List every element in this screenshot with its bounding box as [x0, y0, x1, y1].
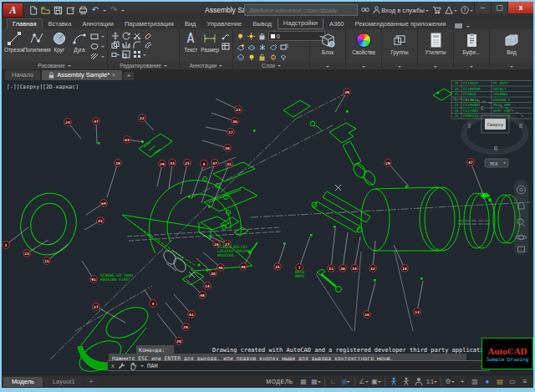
- close-button[interactable]: x: [507, 2, 533, 13]
- ribbon-tab-home[interactable]: Главная: [7, 18, 43, 29]
- drawing-area[interactable]: 2447226323361730391929332584731294722315…: [2, 80, 533, 374]
- layer-match-icon[interactable]: [279, 43, 288, 51]
- ribbon-tab-insert[interactable]: Вставка: [43, 19, 77, 29]
- fillet-icon[interactable]: [132, 41, 141, 49]
- exchange-dropdown-icon[interactable]: [454, 10, 457, 13]
- hardware-acceleration-icon[interactable]: ●: [482, 377, 493, 387]
- model-space-label[interactable]: МОДЕЛЬ: [266, 379, 293, 384]
- scale-icon[interactable]: [121, 50, 130, 59]
- ribbon-tab-manage[interactable]: Управление: [201, 19, 247, 29]
- isodraft-icon[interactable]: ∠: [358, 377, 369, 387]
- ribbon-tab-annotate[interactable]: Аннотации: [77, 19, 119, 29]
- array-icon[interactable]: [132, 50, 141, 59]
- annotation-panel-title[interactable]: Аннотации: [180, 62, 232, 69]
- draw-panel-title[interactable]: Рисование: [2, 62, 107, 69]
- annotation-visibility-icon[interactable]: [388, 377, 400, 387]
- rectangle-icon[interactable]: [90, 32, 99, 40]
- layer-lock-icon[interactable]: [257, 32, 267, 40]
- search-icon[interactable]: [361, 7, 369, 14]
- ribbon-tab-parametric[interactable]: Параметризация: [120, 19, 179, 29]
- save-icon[interactable]: [53, 5, 63, 15]
- layer-unlock-icon[interactable]: [257, 53, 267, 61]
- polyline-button[interactable]: Полилиния: [26, 31, 48, 53]
- save-as-icon[interactable]: [65, 5, 75, 15]
- autoscale-icon[interactable]: [400, 377, 412, 387]
- line-button[interactable]: Отрезок: [4, 31, 24, 53]
- layer-current-icon[interactable]: [268, 43, 278, 51]
- plot-icon[interactable]: [78, 5, 88, 15]
- autodesk-exchange-icon[interactable]: [445, 6, 457, 14]
- annotation-scale-icon[interactable]: [413, 377, 425, 387]
- search-input[interactable]: [247, 7, 354, 14]
- annotation-monitor-icon[interactable]: +: [456, 377, 468, 387]
- ribbon-display-toggle[interactable]: [455, 23, 470, 29]
- customization-icon[interactable]: ≡: [519, 377, 531, 387]
- view-panel[interactable]: Вид: [490, 29, 533, 69]
- layer-isolate-icon[interactable]: [247, 43, 256, 51]
- isolate-objects-icon[interactable]: ▥: [469, 377, 481, 387]
- rotate-icon[interactable]: [121, 32, 130, 40]
- undo-dropdown-icon[interactable]: [103, 10, 106, 13]
- scale-value[interactable]: 1:1: [425, 377, 438, 387]
- viewport-controls-label[interactable]: [-][Сверху][2D-каркас]: [7, 84, 79, 90]
- groups-panel[interactable]: Группы: [382, 29, 418, 69]
- leader-icon[interactable]: [221, 32, 230, 40]
- help-icon[interactable]: ?: [461, 6, 473, 14]
- plot-icon[interactable]: ▤: [494, 377, 506, 387]
- ortho-icon[interactable]: ∟: [328, 377, 339, 387]
- layer-on-icon[interactable]: [247, 53, 256, 61]
- ribbon-tab-featured-apps[interactable]: Рекомендованные приложения: [350, 19, 451, 29]
- sign-in-control[interactable]: Вход в службы: [373, 6, 429, 14]
- application-menu-button[interactable]: A: [3, 3, 23, 18]
- new-file-icon[interactable]: [28, 5, 38, 15]
- utilities-panel[interactable]: Утилиты: [418, 29, 454, 69]
- viewcube-east-label[interactable]: В: [519, 123, 522, 130]
- arc-button[interactable]: Дуга: [70, 31, 89, 53]
- model-tab[interactable]: Модель: [3, 377, 43, 387]
- move-icon[interactable]: [110, 32, 120, 40]
- clean-screen-icon[interactable]: ▭: [507, 377, 518, 387]
- text-button[interactable]: A Текст: [182, 31, 199, 53]
- maximize-button[interactable]: ▢: [491, 2, 507, 13]
- snap-icon[interactable]: ▦: [310, 377, 322, 387]
- modify-panel-title[interactable]: Редактирование: [108, 62, 179, 69]
- layer-off-icon[interactable]: [236, 43, 245, 51]
- new-drawing-tab-button[interactable]: +: [124, 72, 134, 80]
- dimension-button[interactable]: Размер: [201, 31, 219, 53]
- layout1-tab[interactable]: Layout1: [44, 377, 84, 387]
- undo-icon[interactable]: ↶: [90, 5, 100, 15]
- app-store-cart-icon[interactable]: [432, 6, 441, 14]
- layer-sun-icon[interactable]: [247, 32, 256, 40]
- qat-dropdown-icon[interactable]: [121, 10, 125, 13]
- new-layout-tab[interactable]: +: [85, 377, 97, 387]
- close-tab-icon[interactable]: ×: [112, 72, 115, 78]
- active-command-label[interactable]: ПАН: [147, 363, 158, 369]
- viewcube-west-label[interactable]: З: [467, 123, 471, 130]
- viewcube-face-label[interactable]: Сверху: [487, 122, 504, 128]
- object-snap-icon[interactable]: ▣: [370, 377, 382, 387]
- file-tab-assembly-sample[interactable]: Assembly Sample* ×: [42, 70, 122, 80]
- ellipse-icon[interactable]: [90, 42, 99, 50]
- hatch-icon[interactable]: [90, 52, 99, 60]
- ribbon-tab-view[interactable]: Вид: [180, 19, 201, 29]
- layer-properties-icon[interactable]: [236, 53, 245, 61]
- sign-in-dropdown-icon[interactable]: [425, 10, 429, 13]
- command-line-dock[interactable]: x ПАН: [107, 360, 490, 371]
- offset-icon[interactable]: [143, 41, 152, 49]
- help-dropdown-icon[interactable]: [470, 10, 473, 13]
- layer-thaw-icon[interactable]: [268, 53, 278, 61]
- layer-walk-icon[interactable]: [279, 53, 288, 61]
- redo-icon[interactable]: ↷: [109, 5, 119, 15]
- erase-icon[interactable]: [143, 32, 152, 40]
- navigation-bar[interactable]: [514, 180, 528, 255]
- mirror-icon[interactable]: [121, 41, 130, 49]
- ucs-button-label[interactable]: МСК: [490, 161, 498, 166]
- ribbon-tab-addins[interactable]: Надстройки: [278, 18, 324, 29]
- minimize-button[interactable]: –: [474, 2, 491, 13]
- trim-icon[interactable]: [132, 32, 141, 40]
- clipboard-panel[interactable]: Буфе...: [454, 29, 490, 69]
- block-panel[interactable]: Блок: [310, 29, 346, 69]
- viewcube-north-label[interactable]: С: [481, 105, 484, 112]
- polar-tracking-icon[interactable]: ◎: [340, 377, 352, 387]
- help-search-box[interactable]: [244, 4, 358, 16]
